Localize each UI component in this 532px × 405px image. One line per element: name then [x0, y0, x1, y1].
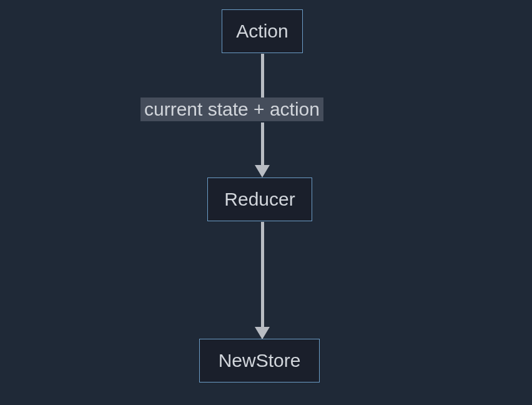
node-newstore: NewStore: [199, 339, 320, 382]
arrow-line-2: [261, 122, 264, 166]
arrow-line-3: [261, 222, 264, 328]
node-action: Action: [222, 9, 303, 53]
node-reducer-label: Reducer: [224, 189, 295, 210]
node-reducer: Reducer: [207, 178, 312, 221]
arrow-line-1: [261, 54, 264, 98]
edge-label-action-reducer: current state + action: [140, 98, 323, 121]
arrow-head-icon: [255, 327, 270, 339]
arrow-head-icon: [255, 165, 270, 178]
node-newstore-label: NewStore: [219, 350, 301, 371]
edge-label-text: current state + action: [144, 99, 320, 119]
node-action-label: Action: [236, 21, 288, 42]
